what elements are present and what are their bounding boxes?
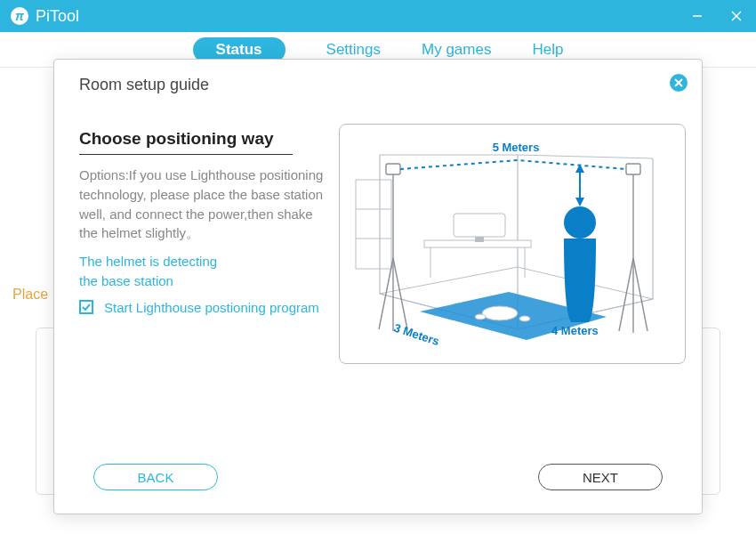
modal-body-text: Options:If you use Lighthouse positionin…: [79, 166, 328, 243]
background-hint-text: Place: [12, 287, 48, 303]
detection-status: The helmet is detecting the base station: [79, 252, 328, 291]
titlebar: π PiTool: [0, 0, 756, 32]
svg-point-22: [475, 314, 486, 320]
back-button[interactable]: BACK: [93, 464, 218, 490]
room-setup-modal: Room setup guide Choose positioning way …: [53, 59, 703, 514]
label-3m: 3 Meters: [392, 321, 441, 349]
tab-help[interactable]: Help: [532, 41, 563, 59]
svg-point-23: [564, 206, 596, 239]
minimize-button[interactable]: [678, 0, 717, 32]
svg-line-31: [619, 258, 633, 331]
modal-close-button[interactable]: [670, 74, 688, 92]
svg-rect-11: [356, 180, 391, 269]
pi-logo-icon: π: [9, 5, 30, 27]
lighthouse-checkbox[interactable]: [79, 300, 93, 314]
svg-rect-18: [475, 237, 484, 242]
detection-line-1: The helmet is detecting: [79, 252, 328, 271]
svg-point-20: [482, 306, 518, 320]
check-icon: [81, 302, 92, 312]
app-logo: π PiTool: [0, 5, 79, 27]
close-window-button[interactable]: [717, 0, 756, 32]
modal-heading: Choose positioning way: [79, 129, 293, 155]
modal-title: Room setup guide: [79, 76, 209, 94]
label-4m: 4 Meters: [551, 324, 599, 337]
app-name: PiTool: [36, 7, 79, 26]
svg-point-21: [519, 316, 530, 321]
svg-line-9: [518, 155, 653, 158]
svg-rect-24: [386, 164, 400, 174]
next-button[interactable]: NEXT: [538, 464, 663, 490]
detection-line-2: the base station: [79, 271, 328, 291]
lighthouse-checkbox-label: Start Lighthouse postioning program: [104, 300, 319, 315]
svg-marker-35: [575, 198, 584, 206]
room-illustration: 5 Meters 4 Meters 3 Meters: [339, 124, 686, 364]
svg-rect-17: [454, 214, 505, 237]
label-5m: 5 Meters: [493, 141, 540, 154]
svg-rect-29: [626, 164, 640, 174]
svg-line-27: [393, 258, 407, 329]
tab-settings[interactable]: Settings: [326, 41, 381, 59]
svg-marker-36: [575, 164, 584, 173]
tab-mygames[interactable]: My games: [422, 41, 491, 59]
svg-text:π: π: [15, 9, 25, 23]
